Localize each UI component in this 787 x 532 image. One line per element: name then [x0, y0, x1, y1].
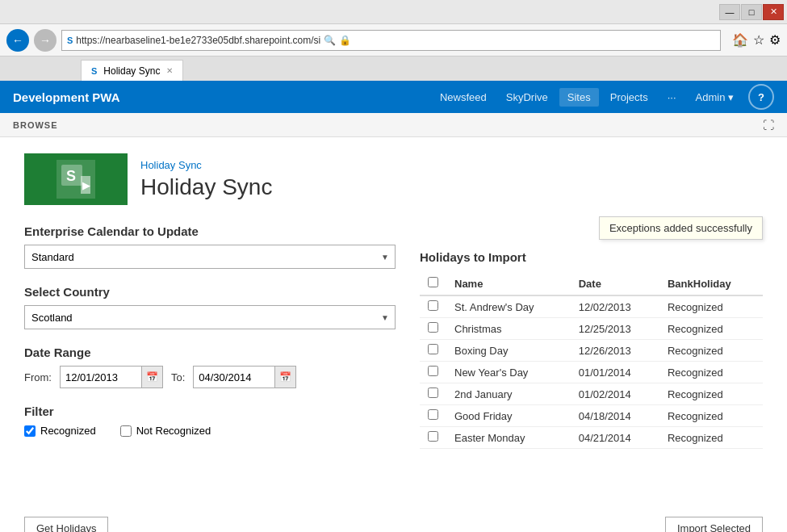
holiday-checkbox-4[interactable]: [428, 387, 438, 398]
table-row: New Year's Day 01/01/2014 Recognized: [420, 362, 763, 383]
left-panel: Enterprise Calendar to Update Standard S…: [24, 224, 396, 453]
date-range-label: Date Range: [24, 346, 396, 359]
tab-close-icon[interactable]: ✕: [166, 66, 173, 75]
maximize-button[interactable]: □: [741, 4, 762, 20]
sp-nav-sites[interactable]: Sites: [559, 88, 599, 107]
browser-nav-icons: 🏠 ☆ ⚙: [732, 32, 781, 48]
sp-nav-skydrive[interactable]: SkyDrive: [498, 88, 556, 107]
holiday-date-5: 04/18/2014: [571, 405, 659, 427]
holiday-checkbox-6[interactable]: [428, 431, 438, 442]
date-range-section: Date Range From: 📅 To: 📅: [24, 346, 396, 388]
col-bank-holiday: BankHoliday: [659, 272, 763, 295]
sp-nav-newsfeed[interactable]: Newsfeed: [432, 88, 495, 107]
holiday-checkbox-5[interactable]: [428, 409, 438, 420]
holiday-checkbox-2[interactable]: [428, 344, 438, 354]
holiday-checkbox-1[interactable]: [428, 322, 438, 333]
search-icon: 🔍: [324, 35, 336, 46]
holiday-name-0: St. Andrew's Day: [446, 295, 571, 318]
filter-recognized-item[interactable]: Recognized: [24, 425, 96, 437]
filter-not-recognized-checkbox[interactable]: [120, 425, 132, 437]
table-row: Boxing Day 12/26/2013 Recognized: [420, 340, 763, 362]
sp-nav-projects[interactable]: Projects: [602, 88, 656, 107]
site-icon: S: [67, 36, 73, 45]
holiday-bank-1: Recognized: [659, 318, 763, 340]
to-label: To:: [171, 371, 185, 383]
holiday-checkbox-0[interactable]: [428, 300, 438, 311]
calendar-section: Enterprise Calendar to Update Standard: [24, 224, 396, 269]
calendar-select[interactable]: Standard: [24, 245, 396, 269]
holiday-date-6: 04/21/2014: [571, 427, 659, 449]
forward-button[interactable]: →: [34, 29, 57, 52]
to-date-input[interactable]: [194, 367, 274, 387]
page-content: S ▶ Holiday Sync Holiday Sync Enterprise…: [0, 137, 787, 532]
sp-logo-inner: S ▶: [57, 160, 95, 199]
table-row: 2nd January 01/02/2014 Recognized: [420, 383, 763, 405]
table-row: Good Friday 04/18/2014 Recognized: [420, 405, 763, 427]
back-button[interactable]: ←: [6, 29, 29, 52]
filter-recognized-checkbox[interactable]: [24, 425, 36, 437]
holiday-name-6: Easter Monday: [446, 427, 571, 449]
import-selected-button[interactable]: Import Selected: [665, 517, 763, 532]
holiday-checkbox-3[interactable]: [428, 366, 438, 376]
minimize-button[interactable]: —: [719, 4, 740, 20]
filter-label: Filter: [24, 404, 396, 418]
country-select[interactable]: Scotland: [24, 305, 396, 329]
col-name: Name: [446, 272, 571, 295]
table-row: St. Andrew's Day 12/02/2013 Recognized: [420, 295, 763, 318]
browser-toolbar: ← → S https://nearbaseline1-be1e2733e05d…: [0, 24, 787, 57]
forward-icon: →: [40, 34, 51, 47]
holiday-date-2: 12/26/2013: [571, 340, 659, 362]
calendar-select-wrapper: Standard: [24, 245, 396, 269]
holiday-date-0: 12/02/2013: [571, 295, 659, 318]
back-icon: ←: [12, 34, 23, 47]
filter-not-recognized-item[interactable]: Not Recognized: [120, 425, 211, 437]
holiday-name-1: Christmas: [446, 318, 571, 340]
sp-site-name[interactable]: Development PWA: [13, 90, 120, 104]
from-calendar-icon[interactable]: 📅: [141, 367, 162, 387]
close-button[interactable]: ✕: [763, 4, 784, 20]
col-checkbox: [420, 272, 446, 295]
holiday-bank-4: Recognized: [659, 383, 763, 405]
sp-logo: S ▶: [24, 153, 128, 205]
table-row: Christmas 12/25/2013 Recognized: [420, 318, 763, 340]
browser-tab[interactable]: S Holiday Sync ✕: [81, 60, 183, 81]
holiday-date-4: 01/02/2014: [571, 383, 659, 405]
ribbon-browse-tab[interactable]: BROWSE: [13, 120, 58, 130]
fullscreen-icon[interactable]: ⛶: [763, 119, 774, 132]
holidays-section-title: Holidays to Import: [420, 250, 763, 264]
import-btn-area: Import Selected: [665, 517, 763, 532]
get-holidays-button[interactable]: Get Holidays: [24, 517, 108, 532]
filter-row: Recognized Not Recognized: [24, 425, 396, 437]
page-breadcrumb[interactable]: Holiday Sync: [140, 159, 272, 171]
home-icon[interactable]: 🏠: [732, 32, 748, 48]
select-all-checkbox[interactable]: [428, 277, 438, 287]
star-icon[interactable]: ☆: [753, 32, 764, 48]
from-date-input[interactable]: [61, 367, 141, 387]
holiday-name-2: Boxing Day: [446, 340, 571, 362]
main-layout: Enterprise Calendar to Update Standard S…: [24, 224, 763, 453]
to-calendar-icon[interactable]: 📅: [274, 367, 295, 387]
settings-icon[interactable]: ⚙: [769, 32, 781, 48]
filter-recognized-label: Recognized: [40, 425, 96, 437]
exceptions-tooltip: Exceptions added successfully: [599, 216, 763, 240]
holiday-date-1: 12/25/2013: [571, 318, 659, 340]
holidays-table: Name Date BankHoliday St. Andrew's Day 1…: [420, 272, 763, 449]
calendar-label: Enterprise Calendar to Update: [24, 224, 396, 238]
sp-nav-admin[interactable]: Admin ▾: [688, 88, 742, 107]
sp-nav-more[interactable]: ···: [659, 88, 684, 107]
holiday-bank-3: Recognized: [659, 362, 763, 383]
filter-section: Filter Recognized Not Recognized: [24, 404, 396, 437]
table-row: Easter Monday 04/21/2014 Recognized: [420, 427, 763, 449]
svg-text:S: S: [66, 168, 76, 184]
sp-header: Development PWA Newsfeed SkyDrive Sites …: [0, 81, 787, 113]
page-header: S ▶ Holiday Sync Holiday Sync: [24, 153, 763, 205]
country-select-wrapper: Scotland: [24, 305, 396, 329]
address-bar[interactable]: S https://nearbaseline1-be1e2733e05dbf.s…: [61, 30, 721, 51]
country-section: Select Country Scotland: [24, 285, 396, 329]
from-label: From:: [24, 371, 52, 383]
browser-titlebar: — □ ✕: [0, 0, 787, 24]
table-header-row: Name Date BankHoliday: [420, 272, 763, 295]
sp-help-button[interactable]: ?: [748, 84, 774, 110]
holiday-date-3: 01/01/2014: [571, 362, 659, 383]
holiday-name-5: Good Friday: [446, 405, 571, 427]
